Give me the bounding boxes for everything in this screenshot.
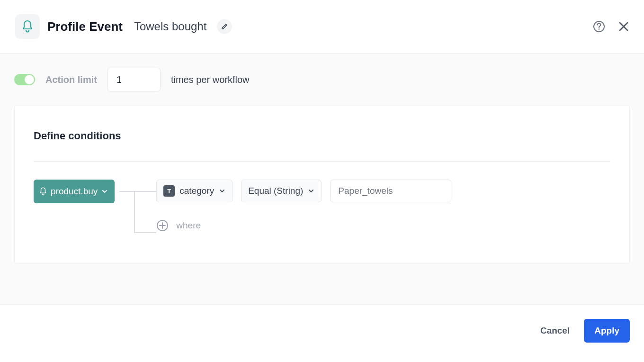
event-selector[interactable]: product.buy	[34, 180, 115, 203]
edit-name-button[interactable]	[217, 19, 232, 34]
toggle-knob	[25, 75, 34, 84]
pencil-icon	[221, 23, 228, 30]
field-selector[interactable]: T category	[156, 180, 233, 202]
header-actions	[593, 20, 629, 33]
action-limit-input[interactable]	[107, 68, 161, 91]
add-where-label: where	[176, 220, 201, 231]
condition-value-input[interactable]	[330, 180, 451, 202]
conditions-title: Define conditions	[34, 130, 610, 142]
dialog-footer: Cancel Apply	[0, 304, 644, 357]
event-selector-label: product.buy	[51, 186, 98, 197]
close-button[interactable]	[618, 21, 629, 32]
profile-event-icon-box	[15, 14, 40, 39]
page-title: Profile Event	[47, 19, 123, 34]
dialog-body: Action limit times per workflow Define c…	[0, 53, 644, 304]
help-button[interactable]	[593, 20, 605, 33]
add-where-button[interactable]: where	[156, 219, 201, 232]
action-limit-row: Action limit times per workflow	[14, 68, 630, 91]
condition-row: product.buy T category	[34, 180, 610, 235]
divider	[34, 161, 610, 162]
bell-icon	[39, 187, 47, 196]
chevron-down-icon	[101, 188, 108, 195]
operator-selector-label: Equal (String)	[248, 186, 303, 196]
help-icon	[593, 20, 605, 33]
operator-selector[interactable]: Equal (String)	[241, 180, 322, 202]
condition-connector	[115, 180, 156, 235]
conditions-card: Define conditions product.buy	[14, 106, 630, 263]
action-limit-label: Action limit	[45, 74, 97, 85]
action-limit-toggle[interactable]	[14, 74, 35, 85]
close-icon	[618, 21, 629, 32]
dialog-header: Profile Event Towels bought	[0, 0, 644, 53]
apply-button[interactable]: Apply	[584, 319, 630, 343]
cancel-button[interactable]: Cancel	[540, 326, 570, 336]
chevron-down-icon	[308, 188, 314, 194]
field-selector-label: category	[179, 186, 214, 196]
event-name: Towels bought	[134, 20, 206, 33]
bell-icon	[22, 20, 33, 33]
type-badge: T	[163, 185, 175, 197]
add-where-row: where	[156, 219, 451, 232]
svg-point-1	[599, 28, 600, 30]
chevron-down-icon	[219, 188, 225, 194]
plus-circle-icon	[156, 219, 169, 232]
action-limit-suffix: times per workflow	[171, 74, 250, 85]
condition-details: T category Equal (String)	[156, 180, 451, 232]
condition-filter-row: T category Equal (String)	[156, 180, 451, 202]
